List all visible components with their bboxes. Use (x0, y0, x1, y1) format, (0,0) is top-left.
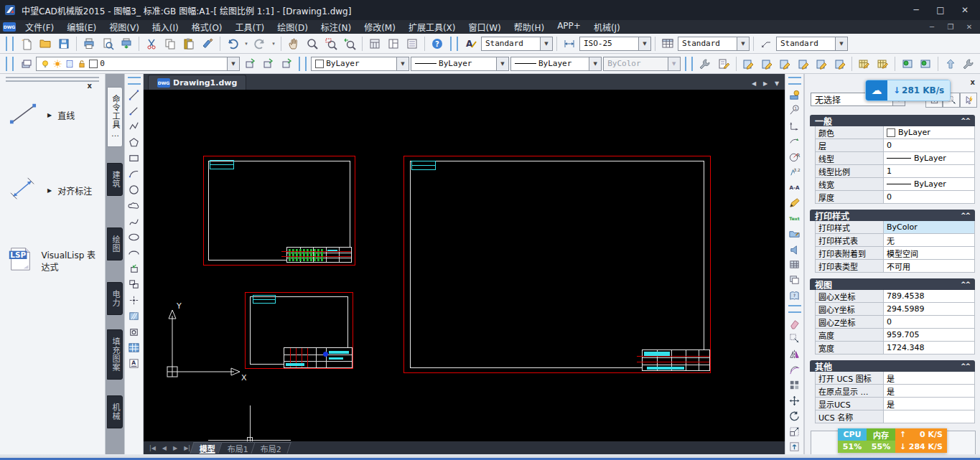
spline-button[interactable] (126, 214, 142, 229)
ellipse-button[interactable] (126, 230, 142, 245)
quick-select-button[interactable] (960, 93, 977, 108)
plot-button[interactable] (118, 35, 135, 52)
side-tab-3[interactable]: 绘图 (107, 227, 123, 260)
property-value[interactable]: ByLayer (884, 178, 974, 190)
balloon-button[interactable] (787, 103, 803, 118)
edit-annotation-button[interactable] (787, 196, 803, 211)
text-style-combo[interactable]: Standard▼ (481, 37, 553, 51)
section-header[interactable]: 其他^^ (810, 360, 975, 372)
match-properties-button[interactable] (199, 35, 216, 52)
section-view-button[interactable] (787, 180, 803, 195)
lineweight-combo[interactable]: ByLayer▼ (510, 57, 602, 71)
new-button[interactable] (18, 35, 35, 52)
table-style-button[interactable] (659, 35, 676, 52)
toolbar-grip[interactable] (788, 77, 801, 85)
close-button[interactable]: ✕ (954, 3, 976, 17)
menu-13[interactable]: APP+ (551, 20, 587, 34)
mleader-style-button[interactable] (757, 35, 775, 52)
toolbar-grip[interactable] (128, 77, 141, 85)
update-view-button[interactable] (787, 439, 803, 454)
edit-title-button[interactable] (795, 55, 811, 72)
arc-button[interactable] (126, 166, 142, 182)
make-block-button[interactable] (126, 277, 142, 292)
redo-drop-button[interactable]: ▾ (270, 35, 277, 52)
drawing-canvas[interactable]: Y X (144, 90, 785, 441)
array-button[interactable] (787, 377, 803, 393)
undo-drop-button[interactable]: ▾ (243, 35, 250, 52)
edit-bom-button[interactable] (831, 55, 848, 72)
property-value[interactable]: 1724.348 (884, 342, 974, 354)
section-header[interactable]: 打印样式^^ (810, 210, 975, 221)
section-header[interactable]: 视图^^ (810, 278, 975, 290)
layout-nav-1[interactable]: |◀ (146, 445, 159, 451)
edit-text-button[interactable] (776, 55, 793, 72)
section-header[interactable]: 一般^^ (810, 115, 975, 126)
side-tab-5[interactable]: 填充图案 (107, 329, 123, 380)
system-monitor-widget[interactable]: CPU 内存 ↑ 0 K/S 51% 55% ↓ 284 K/S (838, 428, 947, 453)
arc-dim-button[interactable] (787, 133, 803, 149)
palette-close-icon[interactable]: x (88, 82, 92, 90)
palette-item-lsp[interactable]: LSPVisualLisp 表达式 (0, 245, 105, 275)
copy-nested-button[interactable] (787, 273, 803, 288)
polygon-button[interactable] (126, 135, 142, 150)
download-speed-widget[interactable]: ☁ ↓ 281 KB/s (865, 80, 951, 101)
dim-style-combo[interactable]: ISO-25▼ (579, 37, 651, 51)
mtext-button[interactable] (126, 356, 142, 371)
zoom-realtime-button[interactable] (304, 35, 321, 52)
viewport-panels-button[interactable] (385, 35, 402, 52)
dim-style-button[interactable] (561, 35, 578, 52)
part-library-button[interactable] (787, 227, 803, 242)
property-value[interactable]: 0 (884, 191, 974, 203)
polyline-button[interactable] (126, 119, 142, 134)
help-button[interactable] (429, 35, 446, 52)
menu-11[interactable]: 窗口(W) (462, 20, 508, 34)
property-value[interactable]: 1 (884, 165, 974, 177)
toolbar-grip[interactable] (6, 57, 14, 71)
tab-menu-button[interactable]: ▼ (772, 78, 782, 88)
layer-restore-button[interactable] (259, 55, 276, 72)
palette-item-line[interactable]: ▶直线 (0, 100, 105, 130)
insert-block-button[interactable] (126, 261, 142, 276)
layer-combo[interactable]: 0▼ (36, 57, 240, 71)
property-value[interactable]: ByColor (884, 221, 974, 233)
ray-button[interactable] (126, 103, 142, 118)
rectangle-button[interactable] (126, 151, 142, 166)
toolbar-grip[interactable] (299, 57, 307, 71)
menu-1[interactable]: 文件(F) (19, 20, 60, 34)
side-tab-4[interactable]: 电力 (107, 282, 123, 315)
color-combo[interactable]: ByLayer▼ (311, 57, 409, 71)
collapse-chevron-icon[interactable]: ^^ (961, 212, 970, 219)
table-edit-button[interactable] (856, 55, 872, 72)
chevron-down-icon[interactable]: ▼ (396, 57, 409, 70)
property-value[interactable]: 0 (884, 139, 974, 151)
properties-list-button[interactable] (403, 35, 421, 52)
bom-table-button[interactable] (787, 258, 803, 273)
print-preview-button[interactable] (99, 35, 116, 52)
property-value[interactable] (884, 410, 974, 423)
announce-button[interactable] (787, 242, 803, 257)
mirror-button[interactable] (787, 347, 803, 362)
plotstyle-combo[interactable]: ByColor▼ (603, 57, 681, 71)
property-value[interactable]: 无 (884, 234, 974, 246)
property-value[interactable]: 789.4538 (884, 290, 974, 302)
chevron-down-icon[interactable]: ▼ (589, 57, 601, 70)
save-button[interactable] (55, 35, 73, 52)
layout-nav-3[interactable]: ▶ (170, 445, 180, 451)
chevron-down-icon[interactable]: ▼ (540, 37, 552, 50)
menu-2[interactable]: 编辑(E) (60, 20, 103, 34)
side-tab-2[interactable]: 建筑 (107, 163, 123, 196)
erase-button[interactable] (787, 316, 803, 331)
menu-6[interactable]: 工具(T) (229, 20, 271, 34)
chevron-down-icon[interactable]: ▼ (227, 57, 239, 70)
property-value[interactable]: 是 (884, 372, 974, 384)
print-button[interactable] (80, 35, 98, 52)
ordinate-dim-button[interactable] (787, 118, 803, 133)
undo-button[interactable] (224, 35, 241, 52)
document-tab[interactable]: DWG Drawing1.dwg (148, 75, 246, 90)
menu-3[interactable]: 视图(V) (103, 20, 146, 34)
mleader-style-combo[interactable]: Standard▼ (776, 37, 848, 51)
layer-previous-button[interactable] (241, 55, 258, 72)
rotate-button[interactable] (787, 408, 803, 423)
chevron-down-icon[interactable]: ▼ (638, 37, 650, 50)
property-value[interactable]: ByLayer (884, 152, 974, 164)
